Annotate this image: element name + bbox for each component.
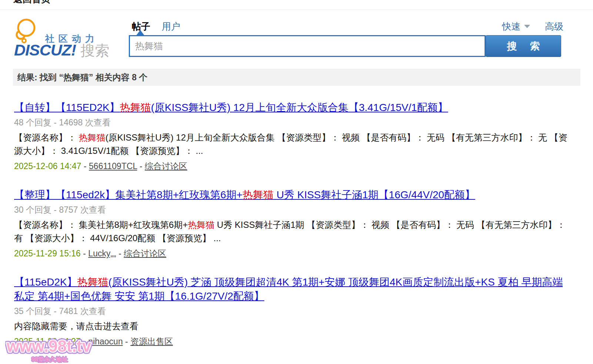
active-tab-pointer <box>136 30 144 36</box>
tab-users[interactable]: 用户 <box>162 20 180 33</box>
result-description: 【资源名称】： 热舞猫(原KISS舞社U秀) 12月上旬全新大众版合集 【资源类… <box>14 131 569 158</box>
advanced-search-link[interactable]: 高级 <box>545 20 563 33</box>
result-stats: 35 个回复 - 7481 次查看 <box>14 306 569 317</box>
result-meta: 2025-12-06 14:47 - 5661109TCL - 综合讨论区 <box>14 161 569 172</box>
search-result-item: 【115eD2K】热舞猫(原KISS舞社U秀) 芝涵 顶级舞团超清4K 第1期+… <box>14 275 569 347</box>
result-title-link[interactable]: 【自转】【115ED2K】热舞猫(原KISS舞社U秀) 12月上旬全新大众版合集… <box>14 102 448 113</box>
search-input[interactable] <box>129 35 486 57</box>
back-to-home-link[interactable]: 返回首页 <box>13 0 50 5</box>
result-title: 【整理】【115ed2k】集美社第8期+红玫瑰第6期+热舞猫 U秀 KISS舞社… <box>14 188 569 202</box>
result-date: 2025-11-29 15:16 <box>14 249 81 258</box>
result-summary-bar: 结果: 找到 “热舞猫” 相关内容 8 个 <box>13 69 580 86</box>
result-title-link[interactable]: 【整理】【115ed2k】集美社第8期+红玫瑰第6期+热舞猫 U秀 KISS舞社… <box>14 189 475 200</box>
quick-search-link[interactable]: 快速 <box>502 20 520 33</box>
result-title: 【自转】【115ED2K】热舞猫(原KISS舞社U秀) 12月上旬全新大众版合集… <box>14 101 569 115</box>
logo-brandline: DISCUZ!搜索 <box>14 41 109 61</box>
result-meta: 2025-11-28 14:27 - nihaocun - 资源出售区 <box>14 336 569 347</box>
result-date: 2025-12-06 14:47 <box>14 161 81 171</box>
result-title-link[interactable]: 【115eD2K】热舞猫(原KISS舞社U秀) 芝涵 顶级舞团超清4K 第1期+… <box>14 276 563 302</box>
search-result-item: 【自转】【115ED2K】热舞猫(原KISS舞社U秀) 12月上旬全新大众版合集… <box>14 101 569 172</box>
result-meta: 2025-11-29 15:16 - Lucky„„ - 综合讨论区 <box>14 248 569 259</box>
separator: - <box>123 337 130 346</box>
result-forum-link[interactable]: 综合讨论区 <box>124 249 166 258</box>
separator: - <box>81 337 88 346</box>
result-author-link[interactable]: nihaocun <box>88 337 123 346</box>
result-description: 【资源名称】： 集美社第8期+红玫瑰第6期+热舞猫 U秀 KISS舞社子涵1期 … <box>14 218 569 245</box>
chevron-down-icon[interactable] <box>524 25 530 28</box>
separator: - <box>137 161 145 171</box>
result-author-link[interactable]: Lucky„„ <box>88 249 116 258</box>
result-stats: 48 个回复 - 14698 次查看 <box>14 117 569 128</box>
separator: - <box>81 161 89 171</box>
logo-brand: DISCUZ! <box>14 41 76 59</box>
result-description: 内容隐藏需要，请点击进去查看 <box>14 320 569 333</box>
search-button[interactable]: 搜 索 <box>486 35 561 57</box>
result-stats: 30 个回复 - 8757 次查看 <box>14 204 569 215</box>
separator: - <box>81 249 88 258</box>
separator: - <box>116 249 124 258</box>
results-list: 【自转】【115ED2K】热舞猫(原KISS舞社U秀) 12月上旬全新大众版合集… <box>14 101 569 363</box>
result-forum-link[interactable]: 资源出售区 <box>130 337 173 346</box>
top-nav-strip: 返回首页 <box>0 0 593 10</box>
result-author-link[interactable]: 5661109TCL <box>89 161 137 171</box>
discuz-logo[interactable]: 社区动力 DISCUZ!搜索 <box>14 18 121 59</box>
result-title: 【115eD2K】热舞猫(原KISS舞社U秀) 芝涵 顶级舞团超清4K 第1期+… <box>14 275 569 303</box>
search-result-item: 【整理】【115ed2k】集美社第8期+红玫瑰第6期+热舞猫 U秀 KISS舞社… <box>14 188 569 259</box>
logo-suffix: 搜索 <box>80 43 109 58</box>
result-forum-link[interactable]: 综合讨论区 <box>145 161 187 171</box>
result-date: 2025-11-28 14:27 <box>14 337 81 346</box>
